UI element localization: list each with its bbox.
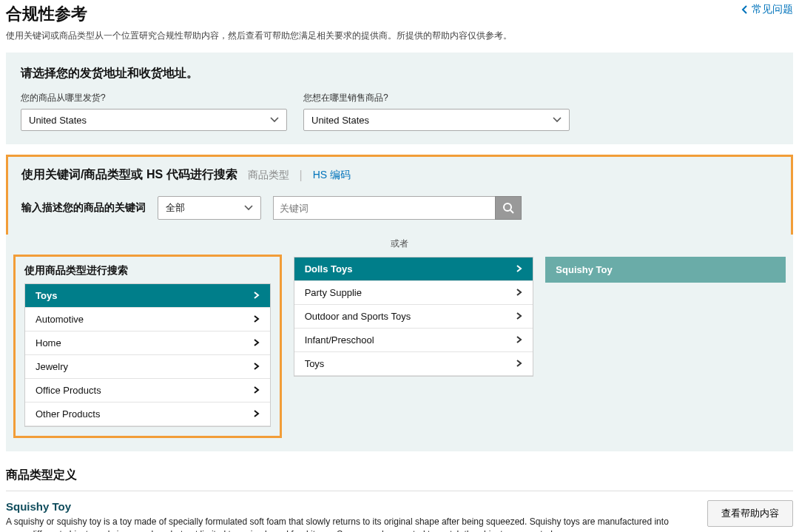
category-browse-box: 使用商品类型进行搜索 ToysAutomotiveHomeJewelryOffi… [13,255,282,438]
list-item-label: Party Supplie [305,287,362,298]
chevron-right-icon [254,409,260,420]
list-item[interactable]: Toys [25,284,270,308]
chevron-right-icon [254,385,260,396]
search-icon [502,202,514,214]
page-title: 合规性参考 [6,3,87,25]
view-help-button[interactable]: 查看帮助内容 [707,500,793,527]
chevron-right-icon [254,314,260,325]
definition-description: A squishy or squishy toy is a toy made o… [6,516,692,532]
list-item[interactable]: Outdoor and Sports Toys [294,305,533,329]
chevron-down-icon [553,117,562,123]
chevron-right-icon [516,288,522,298]
list-item-label: Toys [36,290,57,301]
category-l2-list[interactable]: Dolls ToysParty SupplieOutdoor and Sport… [294,257,534,377]
list-item[interactable]: Office Products [25,379,270,403]
list-item-label: Office Products [36,385,101,396]
selected-leaf-tag[interactable]: Squishy Toy [545,257,786,283]
chevron-right-icon [516,264,522,275]
list-item-label: Outdoor and Sports Toys [305,311,411,322]
chevron-down-icon [244,205,253,211]
location-panel: 请选择您的发货地址和收货地址。 您的商品从哪里发货? United States… [6,53,793,144]
list-item-label: Other Products [36,408,100,420]
list-header-label: Dolls Toys [305,263,353,275]
faq-label: 常见问题 [752,3,793,16]
keyword-filter-select[interactable]: 全部 [158,196,261,220]
sell-to-label: 您想在哪里销售商品? [303,92,570,104]
sell-to-value: United States [311,115,369,126]
list-item[interactable]: Home [25,331,270,355]
keyword-search-title: 使用关键词/商品类型或 HS 代码进行搜索 [21,167,237,183]
page-subtitle: 使用关键词或商品类型从一个位置研究合规性帮助内容，然后查看可帮助您满足相关要求的… [6,30,793,42]
list-item-label: Home [36,337,61,349]
definition-name: Squishy Toy [6,500,692,513]
faq-link[interactable]: 常见问题 [741,3,793,16]
search-panel: 使用关键词/商品类型或 HS 代码进行搜索 商品类型 | HS 编码 输入描述您… [6,155,793,451]
chevron-down-icon [270,117,279,123]
tab-category[interactable]: 商品类型 [248,169,289,182]
chevron-right-icon [516,359,522,369]
keyword-filter-value: 全部 [166,201,185,215]
list-item[interactable]: Party Supplie [294,281,533,305]
list-item[interactable]: Automotive [25,308,270,331]
ship-from-value: United States [29,115,87,126]
category-l1-list[interactable]: ToysAutomotiveHomeJewelryOffice Products… [24,283,271,427]
tab-hs-code[interactable]: HS 编码 [313,169,351,182]
list-header[interactable]: Dolls Toys [294,257,533,281]
keyword-input[interactable] [273,196,495,220]
chevron-right-icon [516,335,522,346]
svg-line-1 [510,210,513,213]
chevron-right-icon [516,312,522,322]
chevron-left-icon [741,5,749,14]
list-item-label: Infant/Preschool [305,334,374,346]
list-item-label: Automotive [36,314,84,325]
chevron-right-icon [254,291,260,301]
definition-section-title: 商品类型定义 [6,468,793,483]
list-item[interactable]: Jewelry [25,355,270,379]
category-leaf: Squishy Toy [545,257,786,283]
or-separator: 或者 [6,235,793,252]
ship-from-select[interactable]: United States [21,109,287,131]
search-button[interactable] [495,196,522,220]
svg-point-0 [504,203,511,211]
chevron-right-icon [254,338,260,349]
list-item[interactable]: Toys [294,352,533,376]
list-item[interactable]: Other Products [25,403,270,426]
list-item-label: Jewelry [36,361,68,372]
browse-title: 使用商品类型进行搜索 [24,264,271,277]
ship-from-label: 您的商品从哪里发货? [21,92,287,104]
divider [6,491,793,491]
tab-separator: | [300,169,303,182]
location-panel-title: 请选择您的发货地址和收货地址。 [21,66,778,81]
keyword-search-box: 使用关键词/商品类型或 HS 代码进行搜索 商品类型 | HS 编码 输入描述您… [6,155,793,235]
sell-to-select[interactable]: United States [303,109,570,131]
keyword-input-label: 输入描述您的商品的关键词 [21,201,146,215]
list-item-label: Toys [305,358,325,369]
list-item[interactable]: Infant/Preschool [294,329,533,352]
chevron-right-icon [254,362,260,372]
